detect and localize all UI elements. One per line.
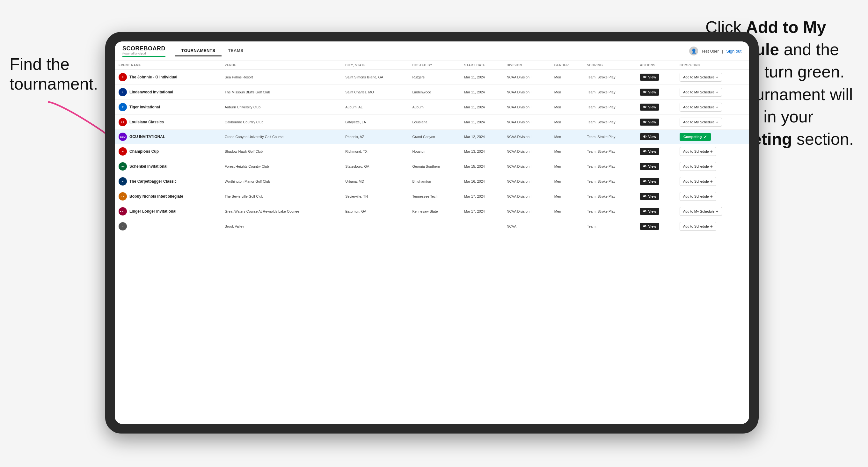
table-body: RThe Johnnie - O IndividualSea Palms Res… [115, 70, 749, 234]
view-button-0[interactable]: 👁View [640, 74, 659, 81]
view-button-4[interactable]: 👁View [640, 133, 659, 140]
col-city-state: CITY, STATE [341, 61, 408, 70]
event-cell-3: LALouisiana Classics [115, 115, 221, 130]
col-start-date: START DATE [460, 61, 503, 70]
scoring-cell-1: Team, Stroke Play [583, 85, 636, 100]
division-cell-1: NCAA Division I [503, 85, 550, 100]
nav-tabs: TOURNAMENTS TEAMS [175, 45, 250, 56]
venue-cell-7: Worthington Manor Golf Club [221, 174, 341, 189]
event-name-1: Lindenwood Invitational [129, 90, 173, 94]
city-state-cell-1: Saint Charles, MO [341, 85, 408, 100]
competing-cell-3: Add to My Schedule+ [676, 115, 749, 130]
view-button-3[interactable]: 👁View [640, 119, 659, 126]
venue-cell-8: The Sevierville Golf Club [221, 189, 341, 204]
add-to-schedule-button-2[interactable]: Add to My Schedule+ [680, 103, 722, 112]
event-cell-4: GCUGCU INVITATIONAL [115, 130, 221, 144]
competing-cell-4: Competing✓ [676, 130, 749, 144]
event-cell-7: BThe Carpetbagger Classic [115, 174, 221, 189]
view-button-2[interactable]: 👁View [640, 103, 659, 111]
hosted-by-cell-5: Houston [408, 144, 460, 159]
header-right: 👤 Test User | Sign out [689, 46, 741, 56]
start-date-cell-5: Mar 13, 2024 [460, 144, 503, 159]
table-header: EVENT NAME VENUE CITY, STATE HOSTED BY S… [115, 61, 749, 70]
view-button-8[interactable]: 👁View [640, 193, 659, 200]
view-button-5[interactable]: 👁View [640, 148, 659, 155]
city-state-cell-10 [341, 219, 408, 234]
gender-cell-1: Men [551, 85, 583, 100]
tab-teams[interactable]: TEAMS [221, 45, 250, 56]
city-state-cell-0: Saint Simons Island, GA [341, 70, 408, 85]
scoring-cell-5: Team, Stroke Play [583, 144, 636, 159]
start-date-cell-7: Mar 16, 2024 [460, 174, 503, 189]
actions-cell-8: 👁View [636, 189, 676, 204]
add-to-schedule-button-8[interactable]: Add to Schedule+ [680, 192, 716, 201]
event-cell-5: HChampions Cup [115, 144, 221, 159]
view-button-6[interactable]: 👁View [640, 163, 659, 170]
actions-cell-7: 👁View [636, 174, 676, 189]
logo-bar [122, 56, 165, 57]
table-row: ?Brook ValleyNCAATeam,👁ViewAdd to Schedu… [115, 219, 749, 234]
start-date-cell-0: Mar 11, 2024 [460, 70, 503, 85]
tablet-screen: SCOREBOARD Powered by clippd TOURNAMENTS… [115, 41, 749, 424]
city-state-cell-8: Sevierville, TN [341, 189, 408, 204]
actions-cell-3: 👁View [636, 115, 676, 130]
start-date-cell-3: Mar 11, 2024 [460, 115, 503, 130]
tab-tournaments[interactable]: TOURNAMENTS [175, 45, 221, 56]
division-cell-2: NCAA Division I [503, 100, 550, 115]
team-logo-9: KSU [119, 207, 127, 216]
venue-cell-0: Sea Palms Resort [221, 70, 341, 85]
scoring-cell-2: Team, Stroke Play [583, 100, 636, 115]
actions-cell-10: 👁View [636, 219, 676, 234]
start-date-cell-6: Mar 15, 2024 [460, 159, 503, 174]
user-name: Test User [701, 49, 719, 54]
app-header: SCOREBOARD Powered by clippd TOURNAMENTS… [115, 41, 749, 61]
tournaments-table: EVENT NAME VENUE CITY, STATE HOSTED BY S… [115, 61, 749, 234]
start-date-cell-2: Mar 11, 2024 [460, 100, 503, 115]
venue-cell-10: Brook Valley [221, 219, 341, 234]
table-row: GSSchenkel InvitationalForest Heights Co… [115, 159, 749, 174]
gender-cell-5: Men [551, 144, 583, 159]
actions-cell-4: 👁View [636, 130, 676, 144]
col-scoring: SCORING [583, 61, 636, 70]
city-state-cell-7: Urbana, MD [341, 174, 408, 189]
view-button-7[interactable]: 👁View [640, 178, 659, 185]
sign-out-link[interactable]: Sign out [726, 49, 741, 54]
event-name-3: Louisiana Classics [129, 120, 164, 124]
competing-button-4[interactable]: Competing✓ [680, 133, 711, 141]
scoring-cell-3: Team, Stroke Play [583, 115, 636, 130]
event-name-4: GCU INVITATIONAL [129, 134, 165, 139]
add-to-schedule-button-10[interactable]: Add to Schedule+ [680, 222, 716, 231]
add-to-schedule-button-5[interactable]: Add to Schedule+ [680, 147, 716, 156]
col-actions: ACTIONS [636, 61, 676, 70]
hosted-by-cell-2: Auburn [408, 100, 460, 115]
add-to-schedule-button-1[interactable]: Add to My Schedule+ [680, 88, 722, 97]
event-cell-2: TTiger Invitational [115, 100, 221, 115]
city-state-cell-5: Richmond, TX [341, 144, 408, 159]
team-logo-1: L [119, 88, 127, 96]
table-row: KSULinger Longer InvitationalGreat Water… [115, 204, 749, 219]
table-row: TTiger InvitationalAuburn University Clu… [115, 100, 749, 115]
city-state-cell-3: Lafayette, LA [341, 115, 408, 130]
team-logo-4: GCU [119, 133, 127, 141]
gender-cell-0: Men [551, 70, 583, 85]
actions-cell-1: 👁View [636, 85, 676, 100]
add-to-schedule-button-0[interactable]: Add to My Schedule+ [680, 73, 722, 82]
add-to-schedule-button-3[interactable]: Add to My Schedule+ [680, 118, 722, 127]
add-to-schedule-button-9[interactable]: Add to My Schedule+ [680, 207, 722, 216]
hosted-by-cell-9: Kennesaw State [408, 204, 460, 219]
view-button-10[interactable]: 👁View [640, 223, 659, 230]
col-hosted-by: HOSTED BY [408, 61, 460, 70]
scoring-cell-8: Team, Stroke Play [583, 189, 636, 204]
competing-cell-7: Add to Schedule+ [676, 174, 749, 189]
view-button-9[interactable]: 👁View [640, 208, 659, 215]
add-to-schedule-button-7[interactable]: Add to Schedule+ [680, 177, 716, 186]
event-name-0: The Johnnie - O Individual [129, 75, 177, 80]
view-button-1[interactable]: 👁View [640, 89, 659, 96]
venue-cell-5: Shadow Hawk Golf Club [221, 144, 341, 159]
division-cell-5: NCAA Division I [503, 144, 550, 159]
division-cell-9: NCAA Division I [503, 204, 550, 219]
event-cell-1: LLindenwood Invitational [115, 85, 221, 100]
gender-cell-6: Men [551, 159, 583, 174]
add-to-schedule-button-6[interactable]: Add to Schedule+ [680, 162, 716, 171]
venue-cell-3: Oakbourne Country Club [221, 115, 341, 130]
